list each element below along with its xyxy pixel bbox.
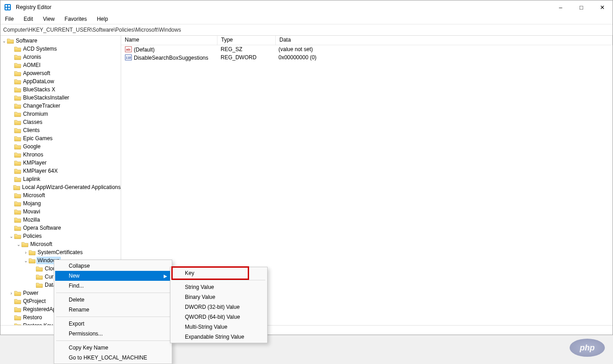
submenu-dword[interactable]: DWORD (32-bit) Value bbox=[171, 302, 266, 312]
tree-item[interactable]: Acronis bbox=[0, 53, 121, 61]
tree-item[interactable]: ACD Systems bbox=[0, 45, 121, 53]
value-row[interactable]: DisableSearchBoxSuggestions REG_DWORD 0x… bbox=[121, 53, 613, 61]
folder-icon bbox=[36, 282, 43, 288]
values-header: Name Type Data bbox=[121, 36, 613, 45]
tree-item[interactable]: BlueStacksInstaller bbox=[0, 94, 121, 102]
folder-icon bbox=[14, 290, 21, 296]
tree-item[interactable]: ⌄ Policies bbox=[0, 232, 121, 240]
tree-item[interactable]: Mozilla bbox=[0, 216, 121, 224]
submenu-multi[interactable]: Multi-String Value bbox=[171, 322, 266, 332]
tree-item-label: Local AppWizard-Generated Applications bbox=[22, 184, 121, 190]
folder-icon bbox=[28, 249, 36, 255]
tree-item[interactable]: › SystemCertificates bbox=[0, 248, 121, 256]
menu-favorites[interactable]: Favorites bbox=[63, 15, 89, 23]
tree-item-label: Classes bbox=[23, 119, 42, 125]
tree-item[interactable]: Laplink bbox=[0, 175, 121, 183]
addressbar[interactable]: Computer\HKEY_CURRENT_USER\Software\Poli… bbox=[0, 24, 613, 36]
tree-item[interactable]: Epic Games bbox=[0, 134, 121, 142]
tree-item[interactable]: Chromium bbox=[0, 110, 121, 118]
value-type: REG_DWORD bbox=[217, 54, 275, 61]
folder-icon bbox=[14, 176, 21, 182]
value-row[interactable]: (Default) REG_SZ (value not set) bbox=[121, 45, 613, 53]
ctx-permissions[interactable]: Permissions... bbox=[55, 329, 171, 339]
tree-item[interactable]: Classes bbox=[0, 118, 121, 126]
maximize-button[interactable]: □ bbox=[571, 0, 592, 14]
folder-icon bbox=[14, 192, 21, 199]
tree-item[interactable]: Microsoft bbox=[0, 191, 121, 199]
menu-view[interactable]: View bbox=[41, 15, 57, 23]
expand-arrow-icon[interactable]: ⌄ bbox=[9, 234, 14, 239]
folder-icon bbox=[21, 241, 28, 247]
menu-edit[interactable]: Edit bbox=[22, 15, 35, 23]
folder-icon bbox=[14, 127, 21, 133]
tree-item-label: Policies bbox=[23, 233, 42, 239]
tree-item[interactable]: KMPlayer bbox=[0, 159, 121, 167]
submenu-expand[interactable]: Expandable String Value bbox=[171, 332, 266, 342]
tree-item[interactable]: Movavi bbox=[0, 208, 121, 216]
tree-item-label: Restoro bbox=[23, 314, 42, 321]
folder-icon bbox=[36, 274, 43, 280]
expand-arrow-icon[interactable]: › bbox=[9, 291, 14, 296]
tree-item[interactable]: ⌄ Software bbox=[0, 37, 121, 45]
tree-item[interactable]: ChangeTracker bbox=[0, 102, 121, 110]
ctx-new-label: New bbox=[69, 273, 80, 279]
tree-item[interactable]: Mojang bbox=[0, 199, 121, 208]
minimize-button[interactable]: – bbox=[550, 0, 571, 14]
col-header-name[interactable]: Name bbox=[121, 36, 217, 45]
value-name: DisableSearchBoxSuggestions bbox=[134, 55, 208, 61]
tree-item[interactable]: Opera Software bbox=[0, 224, 121, 232]
submenu-string[interactable]: String Value bbox=[171, 282, 266, 292]
folder-icon bbox=[14, 208, 21, 215]
menu-file[interactable]: File bbox=[3, 15, 15, 23]
tree-item[interactable]: Google bbox=[0, 142, 121, 151]
folder-icon bbox=[14, 103, 21, 109]
ctx-find[interactable]: Find... bbox=[55, 281, 171, 291]
close-button[interactable]: ✕ bbox=[592, 0, 613, 14]
tree-item[interactable]: BlueStacks X bbox=[0, 85, 121, 94]
expand-arrow-icon[interactable]: › bbox=[23, 250, 28, 255]
folder-icon bbox=[14, 306, 21, 312]
menu-help[interactable]: Help bbox=[95, 15, 110, 23]
chevron-right-icon: ▶ bbox=[164, 274, 167, 279]
col-header-type[interactable]: Type bbox=[217, 36, 276, 45]
ctx-delete[interactable]: Delete bbox=[55, 295, 171, 305]
ctx-goto-hklm[interactable]: Go to HKEY_LOCAL_MACHINE bbox=[55, 353, 171, 363]
submenu-qword[interactable]: QWORD (64-bit) Value bbox=[171, 312, 266, 322]
ctx-copy-key[interactable]: Copy Key Name bbox=[55, 343, 171, 353]
tree-item-label: Apowersoft bbox=[23, 70, 50, 76]
tree-item-label: Power bbox=[23, 290, 38, 296]
folder-icon bbox=[14, 78, 21, 85]
window-title: Registry Editor bbox=[16, 4, 52, 10]
tree-item-label: BlueStacksInstaller bbox=[23, 95, 69, 101]
tree-item[interactable]: Khronos bbox=[0, 151, 121, 159]
tree-item-label: Chromium bbox=[23, 111, 48, 117]
tree-item-label: Movavi bbox=[23, 208, 40, 215]
ctx-collapse[interactable]: Collapse bbox=[55, 261, 171, 271]
col-header-data[interactable]: Data bbox=[276, 36, 613, 45]
folder-icon bbox=[14, 322, 21, 325]
tree-item[interactable]: AppDataLow bbox=[0, 77, 121, 85]
titlebar[interactable]: Registry Editor – □ ✕ bbox=[0, 0, 613, 14]
tree-item-label: Software bbox=[16, 38, 37, 44]
tree-item[interactable]: Clients bbox=[0, 126, 121, 134]
ctx-export[interactable]: Export bbox=[55, 319, 171, 329]
tree-item-label: Restoro Key bbox=[23, 322, 53, 325]
ctx-new[interactable]: New ▶ bbox=[55, 271, 171, 281]
submenu-key[interactable]: Key bbox=[171, 268, 266, 278]
tree-item-label: AOMEI bbox=[23, 62, 41, 68]
tree-item-label: BlueStacks X bbox=[23, 86, 55, 93]
tree-item[interactable]: KMPlayer 64X bbox=[0, 167, 121, 175]
expand-arrow-icon[interactable]: ⌄ bbox=[16, 242, 21, 247]
folder-icon bbox=[14, 217, 21, 223]
folder-icon bbox=[14, 46, 21, 52]
tree-item[interactable]: Local AppWizard-Generated Applications bbox=[0, 183, 121, 191]
tree-item[interactable]: ⌄ Microsoft bbox=[0, 240, 121, 248]
tree-item[interactable]: AOMEI bbox=[0, 61, 121, 69]
expand-arrow-icon[interactable]: ⌄ bbox=[1, 38, 7, 43]
folder-icon bbox=[14, 86, 21, 93]
tree-item[interactable]: Apowersoft bbox=[0, 69, 121, 77]
ctx-rename[interactable]: Rename bbox=[55, 305, 171, 315]
submenu-binary[interactable]: Binary Value bbox=[171, 292, 266, 302]
tree-item-label: Laplink bbox=[23, 176, 40, 182]
expand-arrow-icon[interactable]: ⌄ bbox=[23, 258, 28, 263]
